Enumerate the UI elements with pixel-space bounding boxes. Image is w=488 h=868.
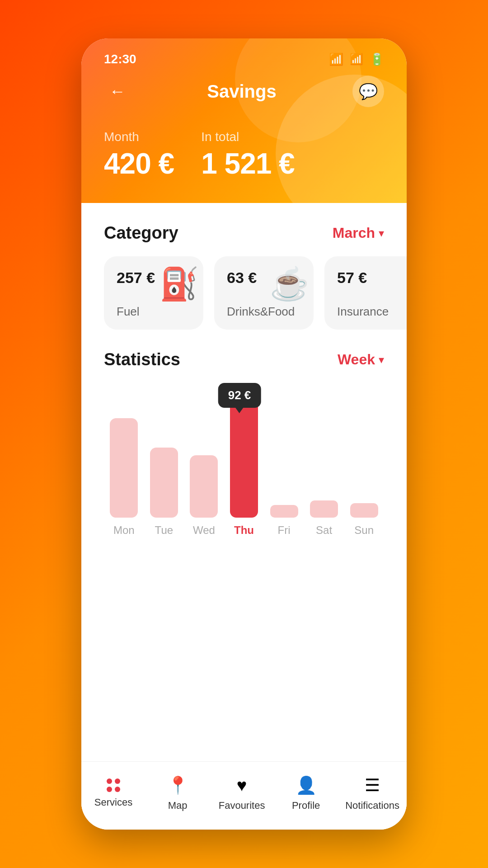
week-filter-label: Week (338, 351, 375, 368)
time-display: 12:30 (104, 52, 136, 66)
bar-sun-label: Sun (354, 524, 374, 537)
nav-item-services[interactable]: Services (89, 778, 138, 808)
week-filter-button[interactable]: Week ▾ (338, 351, 384, 368)
total-label: In total (201, 130, 295, 144)
nav-bar: ← Savings 💬 (104, 75, 384, 107)
category-card-food[interactable]: 63 € ☕ Drinks&Food (214, 256, 314, 330)
month-stat: Month 420 € (104, 130, 174, 180)
profile-icon: 👤 (296, 775, 317, 795)
category-section: Category March ▾ 257 € ⛽ Fuel 63 € ☕ Dri… (81, 203, 407, 330)
header-section: 12:30 📶 📶 🔋 ← Savings 💬 Month 420 € In t… (81, 38, 407, 203)
bar-sun: Sun (350, 503, 378, 537)
bottom-navigation: Services 📍 Map ♥ Favourites 👤 Profile ☰ … (81, 761, 407, 830)
month-filter-button[interactable]: March ▾ (333, 225, 384, 241)
favourites-icon: ♥ (237, 776, 247, 795)
nav-item-favourites[interactable]: ♥ Favourites (217, 776, 267, 811)
notifications-label: Notifications (345, 800, 399, 811)
statistics-title: Statistics (104, 350, 180, 369)
bar-mon: Mon (110, 418, 138, 537)
food-emoji: ☕ (270, 265, 309, 302)
wifi-icon: 📶 (329, 52, 343, 66)
map-icon: 📍 (167, 775, 188, 795)
chart-tooltip: 92 € (218, 383, 261, 408)
content-area: Category March ▾ 257 € ⛽ Fuel 63 € ☕ Dri… (81, 203, 407, 830)
bar-fri-label: Fri (278, 524, 291, 537)
category-card-insurance[interactable]: 57 € Insurance (324, 256, 407, 330)
bar-mon-fill (110, 418, 138, 518)
category-header: Category March ▾ (104, 223, 384, 243)
insurance-amount: 57 € (337, 269, 407, 287)
bar-fri-fill (270, 505, 298, 518)
category-cards-list: 257 € ⛽ Fuel 63 € ☕ Drinks&Food 57 € Ins… (104, 256, 384, 330)
month-label: Month (104, 130, 174, 144)
bar-thu-fill (230, 400, 258, 518)
nav-item-profile[interactable]: 👤 Profile (281, 775, 331, 811)
food-label: Drinks&Food (227, 305, 301, 319)
bar-wed: Wed (190, 455, 218, 537)
chat-button[interactable]: 💬 (352, 75, 384, 107)
bar-fri: Fri (270, 505, 298, 537)
month-value: 420 € (104, 147, 174, 180)
status-bar: 12:30 📶 📶 🔋 (104, 38, 384, 75)
bar-thu: Thu (230, 400, 258, 537)
bar-mon-label: Mon (113, 524, 135, 537)
map-label: Map (168, 800, 188, 811)
page-title: Savings (207, 81, 276, 102)
nav-item-map[interactable]: 📍 Map (153, 775, 202, 811)
bar-thu-label: Thu (234, 524, 254, 537)
bar-sat: Sat (310, 500, 338, 537)
nav-item-notifications[interactable]: ☰ Notifications (345, 775, 399, 811)
services-label: Services (94, 797, 132, 808)
profile-label: Profile (292, 800, 320, 811)
bar-wed-fill (190, 455, 218, 518)
bar-wed-label: Wed (193, 524, 215, 537)
category-card-fuel[interactable]: 257 € ⛽ Fuel (104, 256, 203, 330)
chevron-down-icon: ▾ (379, 227, 384, 240)
fuel-label: Fuel (117, 305, 191, 319)
statistics-header: Statistics Week ▾ (104, 350, 384, 369)
bar-sun-fill (350, 503, 378, 518)
back-arrow-icon: ← (109, 82, 126, 101)
chat-icon: 💬 (359, 82, 378, 100)
statistics-section: Statistics Week ▾ 92 € Mon (81, 330, 407, 761)
bar-tue: Tue (150, 448, 178, 537)
back-button[interactable]: ← (104, 78, 131, 105)
month-filter-label: March (333, 225, 375, 241)
bar-sat-label: Sat (316, 524, 332, 537)
total-stat: In total 1 521 € (201, 130, 295, 180)
chart-container: 92 € Mon Tue Wed (104, 383, 384, 537)
bar-tue-fill (150, 448, 178, 518)
total-value: 1 521 € (201, 147, 295, 180)
status-icons: 📶 📶 🔋 (329, 52, 384, 66)
fuel-emoji: ⛽ (160, 265, 199, 302)
week-chevron-icon: ▾ (379, 354, 384, 366)
bar-sat-fill (310, 500, 338, 518)
battery-icon: 🔋 (370, 52, 384, 66)
bar-tue-label: Tue (155, 524, 173, 537)
favourites-label: Favourites (219, 800, 265, 811)
header-stats: Month 420 € In total 1 521 € (104, 125, 384, 180)
category-title: Category (104, 223, 178, 243)
phone-card: 12:30 📶 📶 🔋 ← Savings 💬 Month 420 € In t… (81, 38, 407, 830)
signal-icon: 📶 (350, 53, 363, 66)
notifications-icon: ☰ (365, 775, 380, 795)
insurance-label: Insurance (337, 305, 389, 319)
services-icon (107, 778, 120, 792)
